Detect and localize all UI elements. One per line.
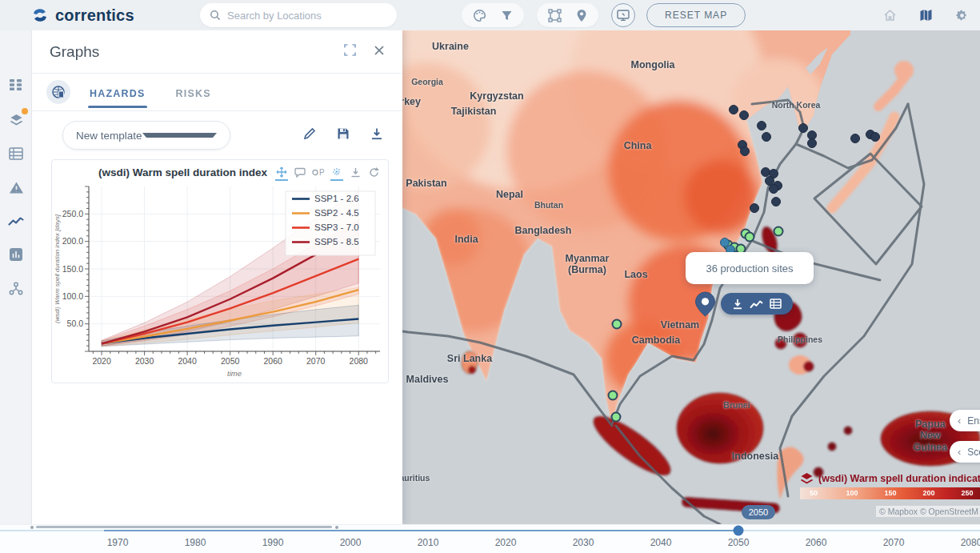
timeline-year-label: 2060 <box>806 537 827 548</box>
palette-icon[interactable] <box>473 9 486 22</box>
layer-legend-title: (wsdi) Warm spell duration indicator <box>818 473 980 484</box>
search-icon <box>210 10 221 21</box>
production-site-marker-green[interactable] <box>611 412 622 423</box>
production-site-marker[interactable] <box>757 121 766 130</box>
production-site-marker[interactable] <box>798 123 808 133</box>
production-site-marker-green[interactable] <box>774 226 784 237</box>
sidebar-item-graphs[interactable] <box>6 211 26 230</box>
chart-card: (wsdi) Warm spell duration index P <box>51 159 389 383</box>
production-site-marker-green[interactable] <box>745 232 755 242</box>
sidebar-item-hazards[interactable] <box>6 178 26 197</box>
reset-map-button[interactable]: RESET MAP <box>646 3 746 27</box>
production-site-marker[interactable] <box>762 132 771 142</box>
sites-tooltip: 36 production sites <box>686 252 814 284</box>
production-site-marker[interactable] <box>807 138 817 148</box>
production-site-marker[interactable] <box>769 184 778 194</box>
template-dropdown[interactable]: New template <box>62 121 230 150</box>
colorbar-tick: 150 <box>884 489 896 497</box>
brand-logo[interactable]: correntics <box>30 6 134 25</box>
correntics-logo-icon <box>30 6 50 25</box>
scenario-panel-toggle[interactable]: ‹ Scen <box>950 441 980 463</box>
timeline-year-label: 2020 <box>495 537 517 548</box>
timeline-year-label: 2010 <box>418 537 439 548</box>
pan-icon[interactable] <box>275 166 288 178</box>
svg-text:200.0: 200.0 <box>62 236 83 246</box>
production-site-marker[interactable] <box>870 132 880 142</box>
map-attribution: © Mapbox © OpenStreetM <box>876 506 980 517</box>
location-pin-icon[interactable] <box>576 9 587 22</box>
production-site-marker[interactable] <box>850 134 860 143</box>
production-site-marker[interactable] <box>729 105 738 114</box>
timeline-year-label: 1970 <box>107 537 129 548</box>
production-site-marker[interactable] <box>771 197 781 206</box>
tabs-row: HAZARDS RISKS <box>32 74 402 111</box>
close-icon[interactable] <box>374 45 385 59</box>
sidebar-item-data-table[interactable] <box>6 144 26 163</box>
production-site-marker-green[interactable] <box>608 391 618 401</box>
tab-hazards[interactable]: HAZARDS <box>88 77 147 108</box>
top-bar: correntics <box>0 0 980 30</box>
timeline-year-label: 2000 <box>340 537 362 548</box>
spikes-toggle-icon[interactable] <box>330 166 343 178</box>
production-site-marker-green[interactable] <box>612 319 622 330</box>
screen-share-icon <box>617 10 630 21</box>
edit-pencil-icon[interactable] <box>303 127 316 143</box>
layers-icon <box>9 113 24 127</box>
chart-title: (wsdi) Warm spell duration index <box>58 166 275 178</box>
ensemble-panel-toggle[interactable]: ‹ Ense <box>950 410 980 431</box>
svg-text:250.0: 250.0 <box>62 209 83 218</box>
production-site-marker[interactable] <box>739 110 749 120</box>
sidebar-item-reports[interactable] <box>6 245 26 264</box>
site-actions-pill <box>721 293 793 315</box>
chart-download-icon[interactable] <box>349 166 362 178</box>
sidebar-item-layers[interactable] <box>6 110 26 130</box>
cluster-pin-marker[interactable] <box>694 291 716 320</box>
svg-text:100.0: 100.0 <box>62 291 83 301</box>
home-icon[interactable] <box>883 9 897 22</box>
chart-reset-icon[interactable] <box>367 166 380 178</box>
map-layer-legend: (wsdi) Warm spell duration indicator 501… <box>800 472 980 499</box>
timeline-year-label: 2050 <box>728 537 750 548</box>
svg-text:(wsdi) Warm spell duration ind: (wsdi) Warm spell duration index [days] <box>54 214 61 323</box>
location-search[interactable] <box>200 3 397 27</box>
svg-text:P: P <box>319 168 325 177</box>
timeline-active-range[interactable] <box>104 530 738 531</box>
download-icon[interactable] <box>370 127 383 143</box>
map-canvas[interactable]: UkraineGeorgiaTurkeyKyrgyzstanTajikistan… <box>402 30 980 524</box>
notification-dot <box>22 108 28 114</box>
chart-plot-area[interactable]: 202020302040205020602070208050.0100.0150… <box>52 180 388 382</box>
timeline-slider-handle[interactable] <box>734 526 744 536</box>
sidebar-item-network[interactable] <box>6 279 26 298</box>
selected-year-badge: 2050 <box>742 505 775 519</box>
map-icon[interactable] <box>919 9 933 22</box>
tab-risks[interactable]: RISKS <box>174 77 213 108</box>
expand-icon[interactable] <box>344 44 356 59</box>
context-globe-chip[interactable] <box>46 80 70 104</box>
filter-icon[interactable] <box>501 10 513 22</box>
timeline-year-label: 2030 <box>573 537 594 548</box>
area-select-icon[interactable] <box>548 9 562 22</box>
svg-text:2080: 2080 <box>350 356 369 366</box>
settings-gear-icon[interactable] <box>955 9 969 22</box>
layer-legend-chip[interactable]: (wsdi) Warm spell duration indicator <box>800 472 980 484</box>
sidebar-item-dashboard[interactable] <box>6 75 26 94</box>
comment-icon[interactable] <box>294 166 306 178</box>
screen-share-button[interactable] <box>611 3 635 27</box>
save-icon[interactable] <box>337 127 350 143</box>
site-chart-icon[interactable] <box>750 299 763 309</box>
svg-text:50.0: 50.0 <box>67 319 84 328</box>
svg-text:time: time <box>227 369 242 378</box>
production-site-marker[interactable] <box>750 203 759 213</box>
line-chart-icon <box>8 215 24 226</box>
scroll-left-dot[interactable] <box>30 526 34 529</box>
search-input[interactable] <box>227 10 387 22</box>
site-download-icon[interactable] <box>732 299 743 310</box>
timeline-bar: 1970198019902000201020202030204020502060… <box>0 524 980 553</box>
compare-icon[interactable]: P <box>312 166 325 178</box>
production-site-marker[interactable] <box>740 146 750 156</box>
panel-horizontal-scrollbar[interactable] <box>36 526 332 528</box>
timeline-year-label: 1990 <box>262 537 284 548</box>
site-table-icon[interactable] <box>770 299 782 309</box>
scroll-right-dot[interactable] <box>335 526 338 529</box>
chevron-down-icon <box>142 133 217 138</box>
